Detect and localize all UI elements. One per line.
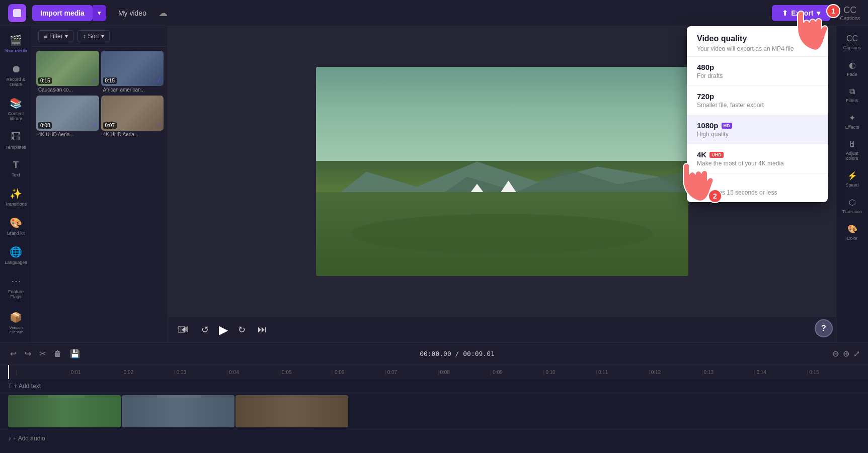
sidebar-item-fade[interactable]: ◐ Fade <box>838 56 866 81</box>
skip-forward-button[interactable]: ⏭ <box>256 322 269 337</box>
sidebar-item-templates[interactable]: 🎞 Templates <box>2 127 30 154</box>
timeline-time-display: 00:00.00 / 00:09.01 <box>420 350 495 357</box>
add-audio-button[interactable]: ♪ + Add audio <box>8 435 45 442</box>
undo-button[interactable]: ↩ <box>8 347 19 360</box>
sidebar-item-transitions[interactable]: ✨ Transitions <box>2 184 30 211</box>
video-track <box>0 393 868 429</box>
zoom-out-button[interactable]: ⊖ <box>832 349 839 358</box>
export-option-4k[interactable]: 4K UHD Make the most of your 4K media <box>687 144 828 173</box>
sidebar-item-content-library[interactable]: 📚 Content library <box>2 93 30 125</box>
export-option-gif[interactable]: GIF For videos 15 seconds or less <box>687 173 828 202</box>
video-clip[interactable] <box>122 395 234 427</box>
sidebar-item-adjust-colors[interactable]: 🎚 Adjust colors <box>838 136 866 165</box>
delete-button[interactable]: 🗑 <box>52 347 64 360</box>
play-button[interactable]: ▶ <box>219 323 228 337</box>
effects-icon: ✦ <box>849 113 855 123</box>
list-item[interactable]: 0:08 ✓ 4K UHD Aeria... <box>36 96 99 138</box>
text-track: T + Add text <box>0 379 868 393</box>
export-button[interactable]: ⬆ Export ▾ <box>772 5 830 21</box>
svg-point-5 <box>351 214 653 254</box>
media-thumbnail[interactable]: 0:07 ✓ <box>101 96 164 131</box>
add-text-button[interactable]: T + Add text <box>8 383 41 390</box>
sidebar-item-label: Version 73c5f8c <box>4 325 28 334</box>
export-panel-subtitle: Your video will export as an MP4 file <box>697 45 818 52</box>
video-canvas: ‹ <box>316 67 688 276</box>
media-thumbnail[interactable]: 0:08 ✓ <box>36 96 99 131</box>
sidebar-item-brand-kit[interactable]: 🎨 Brand kit <box>2 213 30 240</box>
sidebar-item-label: Feature Flags <box>4 289 28 299</box>
color-icon: 🎨 <box>847 224 857 234</box>
sidebar-item-label: Languages <box>5 260 27 265</box>
export-option-1080p[interactable]: 1080p HD High quality <box>687 115 828 144</box>
version-icon: 📦 <box>10 311 22 323</box>
forward-button[interactable]: ↻ <box>236 322 248 337</box>
languages-icon: 🌐 <box>10 246 22 258</box>
thumb-label: African american... <box>101 86 164 94</box>
sidebar-item-text[interactable]: T Text <box>2 156 30 182</box>
ruler-mark: 0:06 <box>333 370 385 375</box>
sidebar-item-record[interactable]: ⏺ Record & create <box>2 59 30 91</box>
video-clip[interactable] <box>8 395 121 427</box>
zoom-in-button[interactable]: ⊕ <box>843 349 849 358</box>
redo-button[interactable]: ↪ <box>23 347 33 360</box>
list-item[interactable]: 0:15 ✓ Caucasian co... <box>36 51 99 94</box>
filter-icon: ≡ <box>44 33 47 40</box>
sidebar-item-label: Brand kit <box>7 231 25 236</box>
fit-timeline-button[interactable]: ⤢ <box>853 349 860 358</box>
cut-button[interactable]: ✂ <box>37 347 48 360</box>
ruler-mark: 0:05 <box>280 370 333 375</box>
media-thumbnail[interactable]: 0:15 ✓ <box>36 51 99 86</box>
sort-chevron-icon: ▾ <box>101 33 104 40</box>
sidebar-item-label: Text <box>12 172 20 177</box>
export-option-720p[interactable]: 720p Smaller file, faster export <box>687 86 828 115</box>
save-button[interactable]: 💾 <box>68 347 82 360</box>
playback-controls: ⏮ ↺ ▶ ↻ ⏭ ⛶ <box>168 316 836 342</box>
sidebar-item-your-media[interactable]: 🎬 Your media <box>2 30 30 57</box>
text-track-icon: T <box>8 383 12 390</box>
svg-marker-7 <box>185 326 188 332</box>
left-sidebar: 🎬 Your media ⏺ Record & create 📚 Content… <box>0 26 32 342</box>
export-option-desc: High quality <box>697 131 818 138</box>
media-thumbnail[interactable]: 0:15 ✓ <box>101 51 164 86</box>
timeline-ruler: 0:01 0:02 0:03 0:04 0:05 0:06 0:07 0:08 … <box>0 365 868 379</box>
captions-button[interactable]: CC Captions <box>840 5 860 21</box>
export-quality-panel: Video quality Your video will export as … <box>687 26 828 202</box>
export-option-480p[interactable]: 480p For drafts <box>687 57 828 86</box>
filters-icon: ⧉ <box>849 87 855 96</box>
export-option-name: 4K UHD <box>697 150 818 159</box>
sidebar-item-filters[interactable]: ⧉ Filters <box>838 83 866 107</box>
sidebar-item-label: Transition <box>842 209 862 214</box>
snapshot-button[interactable] <box>178 325 188 335</box>
sidebar-item-languages[interactable]: 🌐 Languages <box>2 242 30 269</box>
sidebar-item-effects[interactable]: ✦ Effects <box>838 109 866 134</box>
list-item[interactable]: 0:15 ✓ African american... <box>101 51 164 94</box>
track-clips <box>8 395 348 427</box>
fade-icon: ◐ <box>849 60 856 70</box>
sort-button[interactable]: ↕ Sort ▾ <box>77 30 110 42</box>
sidebar-item-transition[interactable]: ⬡ Transition <box>838 194 866 218</box>
list-item[interactable]: 0:07 ✓ 4K UHD Aeria... <box>101 96 164 138</box>
sidebar-item-label: Filters <box>846 98 858 103</box>
thumb-checkmark: ✓ <box>92 77 97 84</box>
brand-kit-icon: 🎨 <box>10 217 22 229</box>
help-button[interactable]: ? <box>815 319 833 337</box>
my-video-tab[interactable]: My video <box>112 5 152 21</box>
sidebar-item-color[interactable]: 🎨 Color <box>838 220 866 245</box>
rewind-button[interactable]: ↺ <box>199 322 211 337</box>
import-media-button[interactable]: Import media <box>32 5 93 21</box>
sidebar-item-label: Templates <box>6 145 26 150</box>
sidebar-item-label: Content library <box>4 111 28 121</box>
sidebar-item-captions[interactable]: CC Captions <box>838 30 866 54</box>
thumb-checkmark: ✓ <box>92 122 97 129</box>
sidebar-item-label: Speed <box>845 183 858 188</box>
sidebar-item-feature-flags[interactable]: ⋯ Feature Flags <box>2 271 30 303</box>
ruler-mark: 0:15 <box>807 370 860 375</box>
ruler-mark: 0:01 <box>69 370 122 375</box>
ruler-track: 0:01 0:02 0:03 0:04 0:05 0:06 0:07 0:08 … <box>16 370 860 375</box>
video-clip[interactable] <box>235 395 348 427</box>
sidebar-item-speed[interactable]: ⚡ Speed <box>838 167 866 192</box>
filter-button[interactable]: ≡ Filter ▾ <box>38 30 73 42</box>
app-logo <box>8 4 26 22</box>
thumb-label: 4K UHD Aeria... <box>101 131 164 138</box>
import-media-dropdown[interactable]: ▾ <box>93 5 106 21</box>
